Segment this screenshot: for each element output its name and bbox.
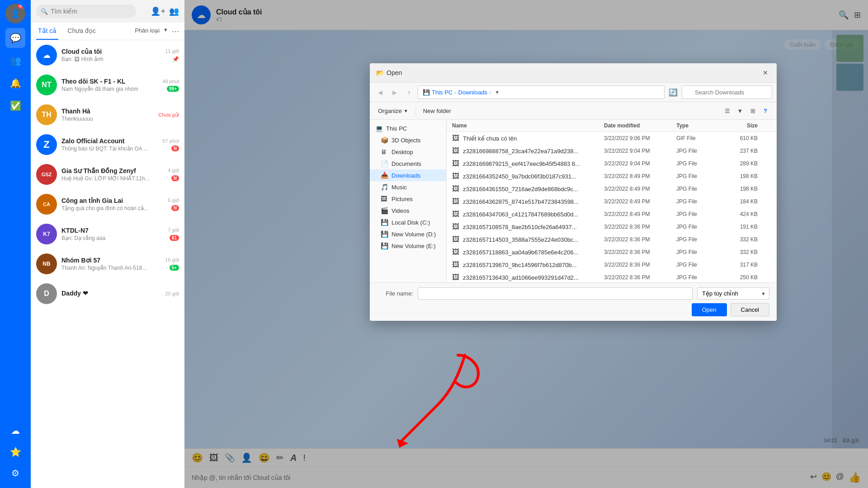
- details-view-button[interactable]: ⊞: [747, 105, 759, 117]
- list-item[interactable]: TH Thanh Hà Thenkiuuuuu Chưa gửi: [31, 100, 184, 130]
- add-contact-icon[interactable]: 👤+: [151, 6, 165, 16]
- file-type: JPG File: [676, 148, 722, 154]
- file-name: z3281657136430_ad1066ee993291d47d2...: [463, 274, 604, 281]
- list-item[interactable]: NB Nhóm Bơi 57 Thanh An: Nguyễn Thanh An…: [31, 249, 184, 279]
- filetype-select[interactable]: Tệp tùy chỉnh: [697, 287, 769, 300]
- contact-time: 48 phút: [162, 79, 179, 84]
- table-row[interactable]: 🖼 z3281657136430_ad1066ee993291d47d2... …: [447, 271, 777, 282]
- contact-meta: 48 phút 99+: [162, 79, 179, 92]
- tab-unread[interactable]: Chưa đọc: [66, 23, 97, 40]
- sidebar-item-settings[interactable]: ⚙: [5, 463, 25, 483]
- sidebar-item-contacts[interactable]: 👥: [5, 51, 25, 70]
- sidebar-item-new-volume-d[interactable]: 💾 New Volume (D:): [370, 228, 446, 240]
- contact-badge: N: [171, 205, 179, 211]
- list-item[interactable]: CA Công an tỉnh Gia Lai Tặng quà cho gia…: [31, 189, 184, 219]
- dialog-close-button[interactable]: ✕: [760, 68, 770, 78]
- cancel-button[interactable]: Cancel: [731, 303, 769, 316]
- sidebar-item-documents[interactable]: 📄 Documents: [370, 158, 446, 169]
- up-button[interactable]: ↑: [403, 86, 415, 98]
- search-input[interactable]: [36, 5, 136, 18]
- list-item[interactable]: K7 KTDL-N7 Bạn: Dạ vắng aaa 7 giờ 61: [31, 219, 184, 249]
- list-item[interactable]: Z Zalo Official Account Thông báo từ BQT…: [31, 130, 184, 160]
- file-size: 332 KB: [722, 249, 758, 255]
- table-row[interactable]: 🖼 z3281664347063_c41217847689bb65d0d... …: [447, 208, 777, 221]
- list-item[interactable]: NT Theo dõi SK - F1 - KL Nam Nguyễn đã t…: [31, 70, 184, 100]
- file-type: GIF File: [676, 135, 722, 141]
- search-downloads-input[interactable]: [682, 85, 772, 99]
- table-row[interactable]: 🖼 Thiết kế chưa có tên 3/22/2022 9:06 PM…: [447, 132, 777, 145]
- path-part-2[interactable]: Downloads: [458, 89, 487, 96]
- new-folder-button[interactable]: New folder: [420, 106, 454, 116]
- col-date-header[interactable]: Date modified: [604, 122, 676, 129]
- table-row[interactable]: 🖼 z3281657139670_9bc14596f7b612d870b... …: [447, 258, 777, 271]
- sidebar-item-3d-objects[interactable]: 📦 3D Objects: [370, 134, 446, 146]
- path-dropdown-icon[interactable]: ▼: [495, 89, 500, 95]
- contact-badge: N: [171, 145, 179, 151]
- documents-icon: 📄: [381, 160, 389, 167]
- table-row[interactable]: 🖼 z3281664361550_7216ae2d9de868bdc9c... …: [447, 183, 777, 195]
- sidebar-item-new-volume-e[interactable]: 💾 New Volume (E:): [370, 240, 446, 252]
- organize-button[interactable]: Organize ▼: [375, 106, 411, 116]
- local-disk-c-icon: 💾: [381, 219, 389, 226]
- sidebar-item-this-pc[interactable]: 💻 This PC: [370, 122, 446, 134]
- file-size: 289 KB: [722, 160, 758, 167]
- list-item[interactable]: D Daddy ❤ 20 giờ: [31, 279, 184, 309]
- table-row[interactable]: 🖼 z3281664352450_9a7bdc06f3b0187c931... …: [447, 170, 777, 183]
- sidebar-item-music[interactable]: 🎵 Music: [370, 181, 446, 193]
- help-button[interactable]: ?: [760, 105, 771, 117]
- list-view-button[interactable]: ☰: [722, 105, 733, 117]
- file-type: JPG File: [676, 160, 722, 167]
- table-row[interactable]: 🖼 z3281669888758_23ca47e22ea71a9d238... …: [447, 145, 777, 157]
- contact-time: 6 giờ: [168, 197, 179, 203]
- list-item[interactable]: GSZ Gia Sư Thần Đồng Zenyf Huệ Huệ Gv: L…: [31, 160, 184, 189]
- path-icon: 💾: [423, 89, 430, 96]
- group-icon[interactable]: 👥: [169, 6, 179, 16]
- organize-chevron-icon: ▼: [404, 108, 408, 113]
- sidebar-item-videos[interactable]: 🎬 Videos: [370, 205, 446, 216]
- 3d-objects-icon: 📦: [381, 136, 389, 144]
- filename-label: File name:: [377, 290, 413, 297]
- table-row[interactable]: 🖼 z3281657114503_3588a7555e224e030bc... …: [447, 233, 777, 246]
- table-row[interactable]: 🖼 z3281664362875_8741e517b4723843598... …: [447, 195, 777, 208]
- path-bar[interactable]: 💾 This PC › Downloads › ▼: [418, 85, 665, 99]
- more-options-icon[interactable]: ⋯: [172, 27, 179, 36]
- music-label: Music: [392, 184, 407, 191]
- contact-name: Nhóm Bơi 57: [61, 257, 160, 264]
- table-row[interactable]: 🖼 z3281657108578_8ae2b510cfe26a64937... …: [447, 221, 777, 233]
- filename-input[interactable]: [418, 287, 693, 300]
- contact-name: Thanh Hà: [61, 108, 154, 115]
- sidebar-item-downloads[interactable]: 📥 Downloads: [370, 169, 446, 181]
- sidebar-item-tasks[interactable]: ✅: [5, 96, 25, 116]
- path-part-1[interactable]: This PC: [432, 89, 453, 96]
- back-button[interactable]: ◀: [374, 86, 386, 98]
- list-item[interactable]: ☁ Cloud của tôi Bạn: 🖼 Hình ảnh 11 giờ 📌: [31, 40, 184, 70]
- sidebar-item-chat[interactable]: 💬: [5, 28, 25, 48]
- sidebar-item-pictures[interactable]: 🖼 Pictures: [370, 193, 446, 205]
- contact-info: Nhóm Bơi 57 Thanh An: Nguyễn Thanh An-51…: [61, 257, 160, 271]
- col-size-header[interactable]: Size: [722, 122, 758, 129]
- table-row[interactable]: 🖼 z3281669879215_eef417eec9b45f54883 8..…: [447, 157, 777, 170]
- forward-button[interactable]: ▶: [389, 86, 401, 98]
- col-name-header[interactable]: Name: [452, 122, 604, 129]
- sidebar-item-desktop[interactable]: 🖥 Desktop: [370, 146, 446, 158]
- avatar[interactable]: 👤 5+: [5, 4, 25, 23]
- col-type-header[interactable]: Type: [676, 122, 722, 129]
- filter-label[interactable]: Phân loại: [135, 27, 160, 36]
- filter-dropdown-icon[interactable]: ▼: [163, 27, 168, 36]
- view-dropdown-button[interactable]: ▼: [734, 105, 746, 117]
- sidebar-item-cloud[interactable]: ☁: [5, 421, 25, 441]
- contact-name: Daddy ❤: [61, 290, 160, 297]
- contact-preview: Huệ Huệ Gv: LỚP MỚI NHẤT:11h...: [61, 175, 163, 182]
- pictures-label: Pictures: [392, 196, 413, 202]
- sidebar-item-favorites[interactable]: ⭐: [5, 442, 25, 462]
- open-button[interactable]: Open: [692, 303, 727, 316]
- file-icon: 🖼: [452, 223, 459, 231]
- tab-all[interactable]: Tất cả: [36, 23, 58, 40]
- sidebar-item-local-disk-c[interactable]: 💾 Local Disk (C:): [370, 216, 446, 228]
- file-list: 🖼 Thiết kế chưa có tên 3/22/2022 9:06 PM…: [447, 132, 777, 282]
- sidebar-item-notifications[interactable]: 🔔: [5, 73, 25, 93]
- table-row[interactable]: 🖼 z3281657118863_aa04a9b6785e6e4c206... …: [447, 246, 777, 258]
- contact-info: Cloud của tôi Bạn: 🖼 Hình ảnh: [61, 48, 160, 62]
- refresh-button[interactable]: 🔄: [667, 86, 679, 98]
- file-type: JPG File: [676, 274, 722, 281]
